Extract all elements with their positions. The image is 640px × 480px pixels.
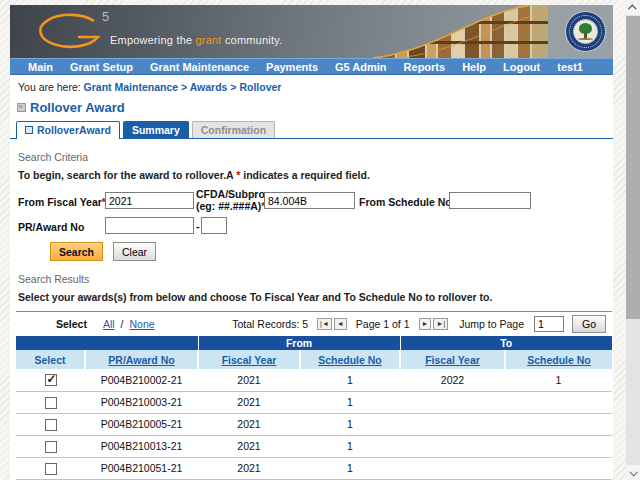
col-header-to-fiscal-year[interactable]: Fiscal Year — [400, 350, 505, 369]
cfda-subprogram-input[interactable] — [264, 192, 355, 209]
nav-item-logout[interactable]: Logout — [503, 61, 540, 73]
cell-from-fiscal-year: 2021 — [198, 391, 300, 413]
pr-award-no-input[interactable] — [105, 217, 194, 234]
jump-to-page-label: Jump to Page — [459, 318, 524, 330]
go-button[interactable]: Go — [572, 315, 606, 333]
tab-confirmation: Confirmation — [192, 121, 275, 138]
cell-to-schedule-no — [505, 413, 612, 435]
first-page-icon[interactable]: |◄ — [317, 318, 332, 330]
cell-from-schedule-no: 1 — [300, 369, 400, 391]
nav-item-g5-admin[interactable]: G5 Admin — [335, 61, 387, 73]
results-tbody: P004B210002-21 2021 1 2022 1 P004B210003… — [16, 369, 612, 479]
chevron-up-icon — [628, 4, 636, 12]
col-header-from-schedule-no[interactable]: Schedule No — [300, 350, 400, 369]
from-schedule-no-input[interactable] — [449, 192, 531, 209]
nav-item-grant-maintenance[interactable]: Grant Maintenance — [150, 61, 249, 73]
group-header-row: From To — [16, 336, 612, 350]
content-area: You are here: Grant Maintenance > Awards… — [10, 75, 613, 480]
select-all-link[interactable]: All — [103, 318, 115, 330]
col-header-select: Select — [16, 350, 85, 369]
page-title-icon — [17, 103, 26, 112]
scroll-down-button[interactable] — [626, 465, 640, 480]
cell-to-schedule-no — [505, 457, 612, 479]
cell-pr-award-no: P004B210003-21 — [85, 391, 198, 413]
cell-from-schedule-no: 1 — [300, 391, 400, 413]
cell-to-fiscal-year — [400, 391, 505, 413]
col-header-to-schedule-no[interactable]: Schedule No — [505, 350, 612, 369]
table-row: P004B210013-21 2021 1 — [16, 435, 612, 457]
row-select-checkbox[interactable] — [45, 374, 57, 386]
nav-item-test1[interactable]: test1 — [557, 61, 583, 73]
tagline: Empowering the grant community. — [110, 34, 282, 46]
cell-to-fiscal-year — [400, 413, 505, 435]
search-criteria-intro: To begin, search for the award to rollov… — [18, 169, 613, 181]
vertical-scrollbar[interactable] — [626, 0, 640, 480]
header-banner: 5 Empowering the grant community. — [10, 5, 613, 58]
table-row: P004B210003-21 2021 1 — [16, 391, 612, 413]
last-page-icon[interactable]: ►| — [433, 318, 448, 330]
pr-award-no-separator: - — [196, 220, 200, 232]
nav-item-help[interactable]: Help — [462, 61, 486, 73]
search-criteria-label: Search Criteria — [18, 151, 613, 163]
nav-item-main[interactable]: Main — [28, 61, 53, 73]
cell-from-schedule-no: 1 — [300, 435, 400, 457]
scrollbar-thumb[interactable] — [626, 16, 640, 319]
table-row: P004B210005-21 2021 1 — [16, 413, 612, 435]
pr-award-no-label: PR/Award No — [18, 221, 84, 233]
pr-award-no-suffix-input[interactable] — [201, 217, 227, 234]
cell-to-schedule-no — [505, 391, 612, 413]
cell-from-schedule-no: 1 — [300, 457, 400, 479]
main-nav: MainGrant SetupGrant MaintenancePayments… — [10, 58, 613, 75]
page-indicator: Page 1 of 1 — [356, 318, 410, 330]
column-header-row: Select PR/Award No Fiscal Year Schedule … — [16, 350, 612, 369]
next-page-icon[interactable]: ► — [419, 318, 432, 330]
jump-to-page-input[interactable] — [534, 316, 564, 332]
pagination-top: Select All / None Total Records: 5 |◄ ◄ … — [16, 312, 612, 336]
cell-from-fiscal-year: 2021 — [198, 435, 300, 457]
department-of-education-seal — [565, 11, 606, 52]
search-results-intro: Select your awards(s) from below and cho… — [18, 291, 613, 303]
col-header-pr-award-no[interactable]: PR/Award No — [85, 350, 198, 369]
row-select-checkbox[interactable] — [45, 419, 57, 431]
cell-pr-award-no: P004B210002-21 — [85, 369, 198, 391]
from-fiscal-year-label: From Fiscal Year* — [18, 196, 106, 208]
group-header-to: To — [400, 336, 612, 350]
cell-pr-award-no: P004B210051-21 — [85, 457, 198, 479]
breadcrumb-prefix: You are here: — [18, 81, 81, 93]
cell-from-fiscal-year: 2021 — [198, 413, 300, 435]
select-none-link[interactable]: None — [130, 318, 155, 330]
cell-to-fiscal-year — [400, 435, 505, 457]
cell-to-schedule-no: 1 — [505, 369, 612, 391]
table-row: P004B210051-21 2021 1 — [16, 457, 612, 479]
application-window: 5 Empowering the grant community. — [10, 5, 613, 480]
row-select-checkbox[interactable] — [45, 463, 57, 475]
results-table: From To Select PR/Award No Fiscal Year S… — [16, 336, 612, 480]
search-results-panel: Select All / None Total Records: 5 |◄ ◄ … — [16, 311, 612, 480]
nav-item-reports[interactable]: Reports — [404, 61, 446, 73]
cell-pr-award-no: P004B210013-21 — [85, 435, 198, 457]
row-select-checkbox[interactable] — [45, 441, 57, 453]
search-criteria-form: From Fiscal Year* CFDA/Subprogram(eg: ##… — [10, 187, 613, 265]
tab-summary[interactable]: Summary — [123, 121, 189, 138]
scroll-up-button[interactable] — [626, 0, 640, 15]
tab-icon — [25, 126, 33, 134]
col-header-from-fiscal-year[interactable]: Fiscal Year — [198, 350, 300, 369]
cell-from-fiscal-year: 2021 — [198, 457, 300, 479]
row-select-checkbox[interactable] — [45, 397, 57, 409]
nav-item-payments[interactable]: Payments — [266, 61, 318, 73]
breadcrumb-path[interactable]: Grant Maintenance > Awards > Rollover — [84, 81, 282, 93]
prev-page-icon[interactable]: ◄ — [334, 318, 347, 330]
g5-logo: 5 — [32, 8, 152, 56]
cell-pr-award-no: P004B210005-21 — [85, 413, 198, 435]
chevron-down-icon — [629, 468, 637, 476]
clear-button[interactable]: Clear — [113, 242, 156, 261]
tab-rollover-award[interactable]: RolloverAward — [16, 121, 120, 139]
logo-number: 5 — [102, 9, 109, 24]
breadcrumb: You are here: Grant Maintenance > Awards… — [10, 75, 613, 93]
from-schedule-no-label: From Schedule No — [359, 196, 452, 208]
total-records: Total Records: 5 — [232, 318, 308, 330]
search-button[interactable]: Search — [50, 242, 103, 261]
search-results-label: Search Results — [18, 273, 613, 285]
nav-item-grant-setup[interactable]: Grant Setup — [70, 61, 133, 73]
from-fiscal-year-input[interactable] — [105, 192, 194, 209]
